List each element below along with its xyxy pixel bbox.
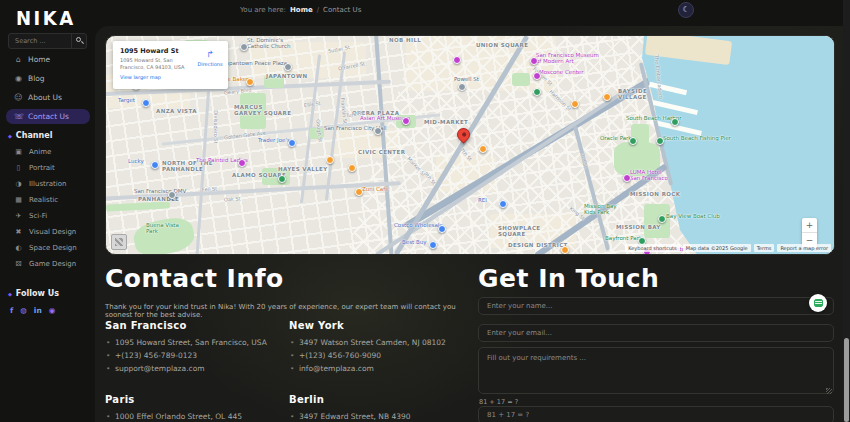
channel-item-space-design[interactable]: ◐Space Design bbox=[8, 244, 92, 252]
office-new-york: New York3497 Watson Street Camden, NJ 08… bbox=[289, 320, 467, 377]
map-marker-blue[interactable] bbox=[151, 161, 159, 169]
sidebar-item-home[interactable]: ⌂Home bbox=[6, 52, 90, 67]
map-marker-purple[interactable] bbox=[402, 117, 410, 125]
sidebar-item-contact-us[interactable]: ☏Contact Us bbox=[6, 109, 90, 124]
search-button[interactable] bbox=[71, 34, 86, 48]
office-details: 3497 Watson Street Camden, NJ 08102+(123… bbox=[289, 338, 467, 373]
poi-label: Mission Bay Kids Park bbox=[584, 203, 617, 216]
breadcrumb-home-link[interactable]: Home bbox=[290, 6, 313, 14]
map-marker-orange[interactable] bbox=[246, 78, 254, 86]
name-input[interactable] bbox=[478, 297, 834, 315]
poi-label: Zuni Café bbox=[362, 186, 389, 192]
map-marker-orange[interactable] bbox=[479, 145, 487, 153]
captcha-input[interactable] bbox=[478, 406, 834, 422]
street-label: Fell St bbox=[202, 186, 218, 193]
requirements-textarea[interactable] bbox=[478, 347, 834, 394]
map-marker-orange[interactable] bbox=[603, 93, 611, 101]
poi-label: San Francisco DMV bbox=[134, 188, 186, 194]
poi-label: Bayfront Park bbox=[605, 235, 642, 241]
chat-widget-button[interactable] bbox=[809, 294, 827, 312]
street-view-thumbnail[interactable] bbox=[111, 234, 127, 250]
poi-label: Target bbox=[118, 97, 135, 103]
map-marker-orange[interactable] bbox=[355, 188, 363, 196]
map-marker-green[interactable] bbox=[658, 215, 666, 223]
home-icon: ⌂ bbox=[14, 55, 23, 64]
directions-icon: ↱ bbox=[197, 50, 223, 59]
channel-item-visual-design[interactable]: ✖Visual Design bbox=[8, 228, 92, 236]
headset-icon: ☏ bbox=[14, 112, 23, 121]
page-scrollbar-thumb[interactable] bbox=[844, 338, 849, 422]
map-marker-green[interactable] bbox=[533, 88, 541, 96]
map-marker-green[interactable] bbox=[671, 118, 679, 126]
map-attribution-item[interactable]: Map data ©2025 Google bbox=[683, 244, 751, 252]
map-attribution-item[interactable]: Terms bbox=[754, 244, 775, 252]
channel-item-anime[interactable]: ▣Anime bbox=[8, 148, 92, 156]
channel-item-portrait[interactable]: ▯Portrait bbox=[8, 164, 92, 172]
sidebar-item-about-us[interactable]: ☺About Us bbox=[6, 90, 90, 105]
channel-item-label: Game Design bbox=[29, 260, 76, 268]
map-marker-blue[interactable] bbox=[499, 200, 507, 208]
channel-item-game-design[interactable]: ⚄Game Design bbox=[8, 260, 92, 268]
neighborhood-label: MARCUS GARVEY SQUARE bbox=[234, 104, 291, 117]
channel-item-label: Visual Design bbox=[29, 228, 76, 236]
zoom-in-button[interactable]: + bbox=[802, 218, 817, 233]
channel-item-realistic[interactable]: ▦Realistic bbox=[8, 196, 92, 204]
map-attribution: Keyboard shortcutsMap data ©2025 GoogleT… bbox=[625, 244, 831, 252]
map-marker-gray[interactable] bbox=[284, 63, 292, 71]
map-marker-blue[interactable] bbox=[288, 139, 296, 147]
map-marker-blue[interactable] bbox=[142, 99, 150, 107]
breadcrumb-prefix: You are here: bbox=[240, 6, 286, 14]
map-marker-purple[interactable] bbox=[530, 57, 538, 65]
map-marker-green[interactable] bbox=[278, 175, 286, 183]
sidebar-item-blog[interactable]: ◉Blog bbox=[6, 71, 90, 86]
map-card-address: 1095 Howard St, San Francisco, CA 94103,… bbox=[120, 57, 198, 70]
map-marker-orange[interactable] bbox=[348, 164, 356, 172]
channel-item-label: Illustration bbox=[29, 180, 66, 188]
chat-icon bbox=[814, 299, 823, 307]
google-map[interactable]: NOB HILLUNION SQUAREJAPANTOWNANZA VISTAM… bbox=[105, 35, 835, 255]
map-marker-blue[interactable] bbox=[438, 225, 446, 233]
view-larger-map-link[interactable]: View larger map bbox=[120, 74, 221, 80]
breadcrumb-separator: / bbox=[317, 6, 319, 14]
channel-item-illustration[interactable]: ◑Illustration bbox=[8, 180, 92, 188]
people-icon: ☺ bbox=[14, 93, 23, 102]
office-details: 1095 Howard Street, San Francisco, USA+(… bbox=[105, 338, 283, 373]
map-marker-gray[interactable] bbox=[458, 83, 466, 91]
map-marker-gray[interactable] bbox=[240, 43, 248, 51]
map-marker-purple[interactable] bbox=[238, 159, 246, 167]
social-links: f◍in◉ bbox=[8, 306, 92, 315]
map-marker-gray[interactable] bbox=[374, 127, 382, 135]
neighborhood-label: UNION SQUARE bbox=[476, 42, 528, 48]
channel-item-label: Realistic bbox=[29, 196, 58, 204]
linkedin-icon[interactable]: in bbox=[34, 306, 42, 315]
github-icon[interactable]: ◍ bbox=[20, 306, 27, 315]
channel-item-sci-fi[interactable]: ✈Sci-Fi bbox=[8, 212, 92, 220]
sidebar-item-label: Contact Us bbox=[28, 112, 69, 121]
breadcrumb-current: Contact Us bbox=[323, 6, 361, 14]
facebook-icon[interactable]: f bbox=[10, 306, 13, 315]
nika-logo[interactable]: NIKA bbox=[16, 6, 76, 29]
directions-button[interactable]: ↱ Directions bbox=[197, 50, 223, 67]
moon-icon: ☾ bbox=[682, 5, 689, 14]
map-marker-gray[interactable] bbox=[168, 191, 176, 199]
map-marker-purple[interactable] bbox=[533, 72, 541, 80]
map-attribution-item[interactable]: Report a map error bbox=[777, 244, 831, 252]
poi-label: LUMA Hotel San Francisco bbox=[630, 169, 668, 182]
map-marker-blue[interactable] bbox=[429, 241, 437, 249]
map-marker-orange[interactable] bbox=[561, 246, 569, 254]
search-input[interactable]: Search ... bbox=[8, 33, 87, 49]
map-marker-orange[interactable] bbox=[571, 100, 579, 108]
map-marker-green[interactable] bbox=[629, 137, 637, 145]
map-attribution-item[interactable]: Keyboard shortcuts bbox=[625, 244, 679, 252]
email-input[interactable] bbox=[478, 324, 834, 342]
channel-item-label: Portrait bbox=[29, 164, 55, 172]
map-marker-green[interactable] bbox=[656, 137, 664, 145]
search-icon bbox=[76, 37, 81, 42]
dark-mode-toggle[interactable]: ☾ bbox=[678, 2, 694, 18]
map-marker-purple[interactable] bbox=[453, 56, 461, 64]
map-marker-orange[interactable] bbox=[326, 156, 334, 164]
dribbble-icon[interactable]: ◉ bbox=[49, 306, 56, 315]
map-marker-purple[interactable] bbox=[623, 174, 631, 182]
textarea-resize-handle[interactable] bbox=[826, 388, 832, 394]
poi-label: Powell St bbox=[454, 76, 479, 82]
